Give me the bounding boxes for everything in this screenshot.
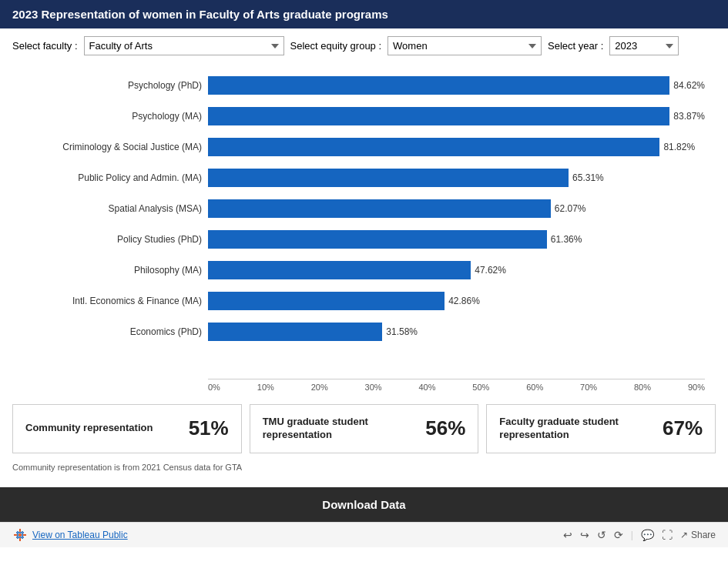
x-axis-tick: 10% [257, 383, 274, 392]
bar-container: 65.31% [208, 169, 705, 187]
bar-label: Criminology & Social Justice (MA) [23, 142, 208, 152]
year-label: Select year : [548, 40, 603, 52]
x-axis-tick: 20% [311, 383, 328, 392]
bar-label: Public Policy and Admin. (MA) [23, 172, 208, 183]
bar-label: Economics (PhD) [23, 326, 208, 337]
bar-fill [208, 230, 547, 249]
year-select[interactable]: 2023 [609, 36, 679, 55]
bar-row: Criminology & Social Justice (MA)81.82% [208, 132, 705, 162]
x-axis-tick: 90% [688, 383, 705, 392]
tableau-logo[interactable]: View on Tableau Public [12, 527, 128, 543]
tableau-icon [12, 527, 28, 543]
bar-container: 61.36% [208, 230, 705, 249]
summary-value: 51% [189, 416, 229, 440]
summary-box: TMU graduate student representation56% [250, 404, 479, 453]
summary-label: TMU graduate student representation [263, 416, 414, 442]
bar-label: Intl. Economics & Finance (MA) [23, 296, 208, 306]
bar-row: Policy Studies (PhD)61.36% [208, 225, 705, 254]
footer-note: Community representation is from 2021 Ce… [0, 460, 728, 480]
bar-row: Psychology (MA)83.87% [208, 102, 705, 131]
summary-label: Community representation [25, 422, 153, 435]
summary-value: 67% [663, 416, 703, 440]
refresh-icon[interactable]: ⟳ [614, 529, 623, 541]
tableau-footer: View on Tableau Public ↩ ↪ ↺ ⟳ | 💬 ⛶ ↗ S… [0, 522, 728, 547]
bar-label: Philosophy (MA) [23, 265, 208, 276]
bar-container: 31.58% [208, 323, 705, 341]
svg-rect-5 [16, 537, 24, 538]
x-axis-tick: 0% [208, 383, 220, 392]
share-button[interactable]: ↗ Share [680, 530, 716, 540]
bar-container: 81.82% [208, 138, 705, 156]
summary-row: Community representation51%TMU graduate … [0, 392, 728, 460]
bar-value: 84.62% [673, 80, 705, 91]
bar-fill [208, 261, 471, 279]
undo-icon[interactable]: ↩ [563, 529, 572, 541]
bar-label: Psychology (MA) [23, 111, 208, 122]
x-axis-tick: 30% [365, 383, 382, 392]
reset-icon[interactable]: ↺ [597, 529, 606, 541]
bar-value: 42.86% [448, 296, 480, 306]
bar-value: 65.31% [572, 172, 604, 183]
bar-value: 81.82% [663, 142, 695, 152]
bar-label: Policy Studies (PhD) [23, 234, 208, 245]
page-header: 2023 Representation of women in Faculty … [0, 0, 728, 28]
bar-value: 61.36% [551, 234, 582, 245]
bar-label: Spatial Analysis (MSA) [23, 203, 208, 214]
download-label: Download Data [322, 498, 405, 511]
bar-row: Spatial Analysis (MSA)62.07% [208, 194, 705, 223]
summary-value: 56% [425, 416, 465, 440]
bar-row: Philosophy (MA)47.62% [208, 256, 705, 285]
chart-area: Psychology (PhD)84.62%Psychology (MA)83.… [0, 63, 728, 392]
bar-container: 62.07% [208, 199, 705, 218]
bar-chart: Psychology (PhD)84.62%Psychology (MA)83.… [23, 71, 705, 379]
bar-fill [208, 169, 569, 187]
bar-value: 47.62% [475, 265, 506, 276]
bar-row: Public Policy and Admin. (MA)65.31% [208, 163, 705, 192]
bar-fill [208, 292, 445, 310]
bar-container: 47.62% [208, 261, 705, 279]
redo-icon[interactable]: ↪ [580, 529, 589, 541]
bar-fill [208, 199, 551, 218]
bar-container: 84.62% [208, 76, 705, 95]
page-title: 2023 Representation of women in Faculty … [12, 8, 388, 21]
bar-value: 83.87% [673, 111, 705, 122]
bar-row: Economics (PhD)31.58% [208, 317, 705, 346]
bar-row: Intl. Economics & Finance (MA)42.86% [208, 286, 705, 316]
bar-fill [208, 138, 659, 156]
fullscreen-icon[interactable]: ⛶ [662, 529, 673, 541]
equity-label: Select equity group : [290, 40, 382, 52]
tableau-controls: ↩ ↪ ↺ ⟳ | 💬 ⛶ ↗ Share [563, 529, 716, 541]
svg-rect-4 [16, 532, 24, 533]
x-axis-tick: 80% [634, 383, 651, 392]
bar-container: 42.86% [208, 292, 705, 310]
summary-box: Faculty graduate student representation6… [486, 404, 716, 453]
bar-fill [208, 323, 382, 341]
share-label: Share [691, 530, 716, 540]
comment-icon[interactable]: 💬 [641, 529, 654, 541]
x-axis-tick: 40% [418, 383, 435, 392]
controls-bar: Select faculty : Faculty of Arts Select … [0, 28, 728, 63]
bar-fill [208, 107, 669, 125]
faculty-label: Select faculty : [12, 40, 78, 52]
bar-row: Psychology (PhD)84.62% [208, 71, 705, 100]
tableau-link[interactable]: View on Tableau Public [32, 530, 128, 540]
x-axis-tick: 50% [472, 383, 489, 392]
svg-rect-1 [14, 534, 26, 536]
share-icon: ↗ [680, 530, 688, 540]
x-axis-tick: 70% [580, 383, 597, 392]
download-bar[interactable]: Download Data [0, 487, 728, 522]
x-axis: 0%10%20%30%40%50%60%70%80%90% [208, 379, 705, 392]
bar-value: 31.58% [386, 326, 418, 337]
x-axis-tick: 60% [526, 383, 543, 392]
equity-select[interactable]: Women [387, 36, 542, 55]
summary-label: Faculty graduate student representation [499, 416, 650, 442]
faculty-select[interactable]: Faculty of Arts [84, 36, 284, 55]
divider: | [631, 530, 633, 540]
bar-label: Psychology (PhD) [23, 80, 208, 91]
bar-value: 62.07% [555, 203, 586, 214]
bar-fill [208, 76, 669, 95]
bar-container: 83.87% [208, 107, 705, 125]
summary-box: Community representation51% [12, 404, 242, 453]
